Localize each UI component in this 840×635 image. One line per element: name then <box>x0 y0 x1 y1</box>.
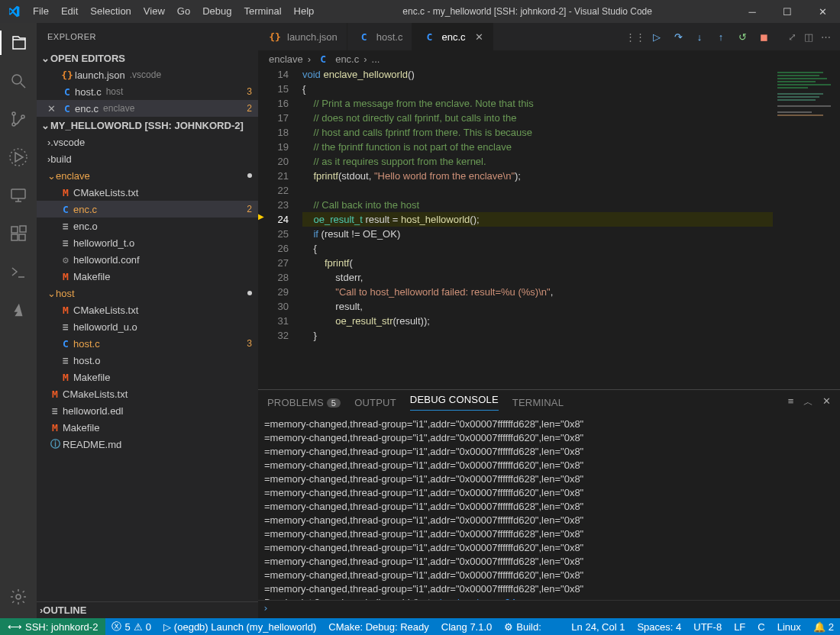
problems-tab[interactable]: PROBLEMS5 <box>267 397 341 408</box>
folder-build[interactable]: ›build <box>37 150 258 167</box>
compare-icon[interactable]: ⤢ <box>788 31 796 43</box>
status-cursor[interactable]: Ln 24, Col 1 <box>565 618 631 635</box>
line-gutter: 14151617181920212223242526272829303132 <box>258 67 302 389</box>
file-makefile-3[interactable]: MMakefile <box>37 419 258 436</box>
debug-icon[interactable] <box>0 145 37 169</box>
step-into-button[interactable]: ↓ <box>689 26 710 47</box>
status-os[interactable]: Linux <box>771 618 807 635</box>
source-control-icon[interactable] <box>0 107 37 131</box>
settings-gear-icon[interactable] <box>0 585 37 609</box>
step-out-button[interactable]: ↑ <box>710 26 732 47</box>
svg-rect-22 <box>777 114 823 116</box>
outline-section[interactable]: ›OUTLINE <box>37 601 258 618</box>
file-enc-o[interactable]: ≡enc.o <box>37 218 258 234</box>
debug-console-tab[interactable]: DEBUG CONSOLE <box>410 394 499 411</box>
svg-rect-7 <box>11 234 18 240</box>
tab-launch-json[interactable]: {}launch.json <box>258 23 347 50</box>
svg-rect-21 <box>777 111 812 113</box>
breadcrumb[interactable]: enclave›Cenc.c›... <box>258 50 840 67</box>
continue-button[interactable]: ▷ <box>646 26 667 47</box>
drag-handle-icon[interactable]: ⋮⋮ <box>625 26 646 47</box>
open-editor-enc-c[interactable]: ✕Cenc.cenclave2 <box>37 100 258 117</box>
split-editor-icon[interactable]: ◫ <box>804 31 813 43</box>
folder-host[interactable]: ⌄host <box>37 285 258 301</box>
collapse-panel-icon[interactable]: ︿ <box>803 395 813 409</box>
status-clang[interactable]: Clang 7.1.0 <box>435 618 499 635</box>
sidebar-title: EXPLORER <box>37 23 258 50</box>
file-host-o[interactable]: ≡host.o <box>37 352 258 369</box>
minimap[interactable] <box>773 67 840 389</box>
status-bar: ⟷SSH: johnkord-2 ⓧ5⚠0 ▷(oegdb) Launch (m… <box>0 618 840 635</box>
filter-icon[interactable]: ≡ <box>788 395 794 409</box>
status-build[interactable]: ⚙Build: <box>498 618 548 635</box>
tab-enc-c[interactable]: Cenc.c✕ <box>412 23 493 50</box>
file-helloworld-u-o[interactable]: ≡helloworld_u.o <box>37 318 258 335</box>
debug-console-input[interactable]: › <box>258 600 840 618</box>
status-cmake[interactable]: CMake: Debug: Ready <box>322 618 435 635</box>
more-actions-icon[interactable]: ⋯ <box>821 31 831 43</box>
menu-go[interactable]: Go <box>171 0 196 23</box>
open-editor-launch-json[interactable]: {}launch.json.vscode <box>37 66 258 83</box>
status-debug-launch[interactable]: ▷(oegdb) Launch (my_helloworld) <box>157 618 322 635</box>
output-tab[interactable]: OUTPUT <box>354 397 396 408</box>
title-bar: File Edit Selection View Go Debug Termin… <box>0 0 840 23</box>
status-encoding[interactable]: UTF-8 <box>687 618 728 635</box>
stop-button[interactable]: ◼ <box>753 26 774 47</box>
menu-debug[interactable]: Debug <box>196 0 237 23</box>
svg-rect-14 <box>777 81 816 82</box>
maximize-button[interactable]: ☐ <box>770 0 805 23</box>
panel-tabs: PROBLEMS5 OUTPUT DEBUG CONSOLE TERMINAL … <box>258 390 840 414</box>
status-remote[interactable]: ⟷SSH: johnkord-2 <box>0 618 105 635</box>
file-makefile-1[interactable]: MMakefile <box>37 268 258 285</box>
extensions-icon[interactable] <box>0 221 37 246</box>
status-spaces[interactable]: Spaces: 4 <box>631 618 687 635</box>
file-readme[interactable]: ⓘREADME.md <box>37 436 258 453</box>
status-eol[interactable]: LF <box>728 618 751 635</box>
menu-help[interactable]: Help <box>288 0 321 23</box>
file-cmakelists-2[interactable]: MCMakeLists.txt <box>37 301 258 318</box>
menu-terminal[interactable]: Terminal <box>237 0 287 23</box>
open-editors-section[interactable]: ⌄OPEN EDITORS <box>37 50 258 66</box>
status-notifications[interactable]: 🔔2 <box>807 618 840 635</box>
svg-rect-12 <box>777 75 819 76</box>
workspace-section[interactable]: ⌄MY_HELLOWORLD [SSH: JOHNKORD-2] <box>37 117 258 134</box>
status-language[interactable]: C <box>751 618 771 635</box>
file-helloworld-t-o[interactable]: ≡helloworld_t.o <box>37 234 258 251</box>
svg-rect-19 <box>777 99 816 101</box>
file-cmakelists-3[interactable]: MCMakeLists.txt <box>37 385 258 402</box>
restart-button[interactable]: ↺ <box>732 26 753 47</box>
tab-close-icon[interactable]: ✕ <box>475 31 483 43</box>
debug-console-output[interactable]: =memory-changed,thread-group="i1",addr="… <box>258 414 840 600</box>
file-helloworld-conf[interactable]: ⚙helloworld.conf <box>37 251 258 268</box>
folder-enclave[interactable]: ⌄enclave <box>37 167 258 184</box>
menu-file[interactable]: File <box>27 0 55 23</box>
code-editor[interactable]: ▶ 14151617181920212223242526272829303132… <box>258 67 840 389</box>
file-enc-c[interactable]: Cenc.c2 <box>37 201 258 218</box>
open-editor-host-c[interactable]: Chost.chost3 <box>37 83 258 100</box>
menu-view[interactable]: View <box>137 0 171 23</box>
svg-rect-16 <box>777 87 808 89</box>
tab-host-c[interactable]: Chost.c <box>347 23 413 50</box>
azure-icon[interactable] <box>0 298 37 322</box>
file-host-c[interactable]: Chost.c3 <box>37 335 258 352</box>
terminal-panel-icon[interactable] <box>0 259 37 284</box>
minimize-button[interactable]: ─ <box>735 0 770 23</box>
terminal-tab[interactable]: TERMINAL <box>512 397 564 408</box>
search-icon[interactable] <box>0 69 37 93</box>
svg-point-10 <box>16 595 21 599</box>
file-makefile-2[interactable]: MMakefile <box>37 369 258 385</box>
file-helloworld-edl[interactable]: ≡helloworld.edl <box>37 402 258 419</box>
explorer-icon[interactable] <box>0 31 37 55</box>
status-errors[interactable]: ⓧ5⚠0 <box>105 618 157 635</box>
svg-point-2 <box>12 123 15 126</box>
file-cmakelists-1[interactable]: MCMakeLists.txt <box>37 184 258 201</box>
step-over-button[interactable]: ↷ <box>667 26 689 47</box>
bottom-panel: PROBLEMS5 OUTPUT DEBUG CONSOLE TERMINAL … <box>258 389 840 618</box>
remote-explorer-icon[interactable] <box>0 183 37 208</box>
folder-vscode[interactable]: ›.vscode <box>37 134 258 150</box>
close-button[interactable]: ✕ <box>805 0 840 23</box>
code-content[interactable]: void enclave_helloworld() { // Print a m… <box>302 67 773 389</box>
menu-selection[interactable]: Selection <box>84 0 137 23</box>
menu-edit[interactable]: Edit <box>55 0 84 23</box>
close-panel-icon[interactable]: ✕ <box>822 395 831 409</box>
